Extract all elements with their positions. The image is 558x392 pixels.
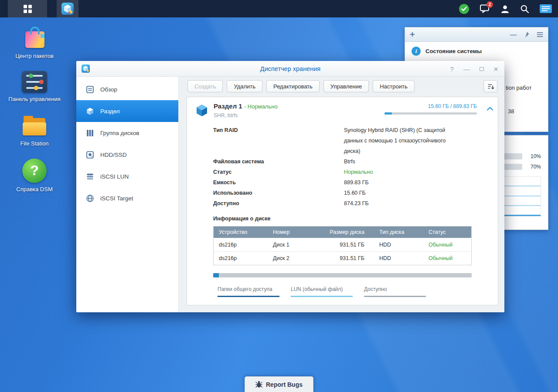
minimize-button[interactable]: — xyxy=(463,66,470,72)
apps-grid-icon xyxy=(24,5,32,13)
window-title: Диспетчер хранения xyxy=(76,65,504,72)
system-health-icon[interactable] xyxy=(459,4,469,14)
pilot-view-icon[interactable] xyxy=(540,4,552,13)
user-icon[interactable] xyxy=(500,4,510,14)
dsm-help-icon: ? xyxy=(22,159,47,183)
report-bugs-button[interactable]: Report Bugs xyxy=(245,376,313,392)
disk-table: Устройство Номер Размер диска Тип диска … xyxy=(213,226,472,265)
col-number: Номер xyxy=(268,226,306,238)
volume-name: Раздел 1 xyxy=(214,102,242,110)
iscsi-lun-icon xyxy=(86,172,94,181)
control-panel-icon xyxy=(22,71,47,93)
volume-header: Раздел 1 - Нормально SHR, btrfs 15.60 ГБ… xyxy=(194,102,491,119)
widget-header: + — xyxy=(405,27,548,42)
sidebar-item-label: Обзор xyxy=(100,86,117,93)
taskbar: 2 xyxy=(0,0,558,17)
sidebar-item-label: Группа дисков xyxy=(100,130,139,136)
cpu-usage-value: 10% xyxy=(526,153,541,159)
system-health-title: Состояние системы xyxy=(425,48,482,54)
sidebar-item-disk-group[interactable]: Группа дисков xyxy=(76,122,178,144)
stat-shared-folders[interactable]: Папки общего доступа 15.6ГБ xyxy=(218,286,279,305)
create-button[interactable]: Создать xyxy=(187,80,223,92)
help-button[interactable]: ? xyxy=(450,66,454,72)
sidebar-item-label: HDD/SSD xyxy=(100,152,127,158)
add-widget-icon[interactable]: + xyxy=(410,30,415,39)
volume-cube-icon xyxy=(194,103,210,119)
edit-button[interactable]: Редактировать xyxy=(266,80,320,92)
sidebar-item-iscsi-lun[interactable]: iSCSI LUN xyxy=(76,166,178,187)
volume-usage-bar xyxy=(384,112,477,115)
overview-icon xyxy=(86,85,94,94)
info-icon: i xyxy=(412,47,421,56)
collapse-chevron-icon[interactable] xyxy=(487,105,493,113)
volume-usage-text: 15.60 ГБ / 889.83 ГБ xyxy=(384,103,477,109)
sidebar-item-hdd-ssd[interactable]: HDD/SSD xyxy=(76,144,178,166)
sidebar-item-label: Раздел xyxy=(100,108,120,115)
manage-button[interactable]: Управление xyxy=(323,80,369,92)
stat-lun[interactable]: LUN (обычный файл) 0Байт xyxy=(291,286,353,305)
maximize-button[interactable] xyxy=(480,67,484,71)
taskbar-storage-manager-button[interactable] xyxy=(57,0,78,17)
window-titlebar[interactable]: Диспетчер хранения ? — × xyxy=(76,61,504,77)
col-status: Статус xyxy=(423,226,472,238)
sidebar-item-iscsi-target[interactable]: iSCSI Target xyxy=(76,187,178,209)
desktop-icon-list: Центр пакетов Панель управления File Sta… xyxy=(8,24,61,204)
col-type: Тип диска xyxy=(374,226,423,238)
toolbar: Создать Удалить Редактировать Управление… xyxy=(179,77,504,96)
search-icon[interactable] xyxy=(520,4,529,14)
col-size: Размер диска xyxy=(306,226,374,238)
detail-row-capacity: Емкость 889.83 ГБ xyxy=(213,177,472,188)
desktop-icon-label: Справка DSM xyxy=(6,186,63,193)
notifications-icon[interactable]: 2 xyxy=(480,3,490,14)
volume-icon xyxy=(86,107,94,115)
main-menu-button[interactable] xyxy=(8,0,47,17)
disk-table-row[interactable]: ds216p Диск 2 931.51 ГБ HDD Обычный xyxy=(214,252,472,265)
space-usage-bar xyxy=(213,273,472,277)
window-content: Создать Удалить Редактировать Управление… xyxy=(179,77,504,312)
usage-stats: Папки общего доступа 15.6ГБ LUN (обычный… xyxy=(213,286,472,305)
storage-manager-app-icon xyxy=(61,3,74,15)
sort-list-button[interactable] xyxy=(483,80,497,92)
sidebar-item-volume[interactable]: Раздел xyxy=(76,100,178,122)
volume-subtitle: SHR, btrfs xyxy=(214,112,278,118)
disk-table-row[interactable]: ds216p Диск 1 931.51 ГБ HDD Обычный xyxy=(214,238,472,252)
package-center-icon xyxy=(22,24,47,50)
notification-badge: 2 xyxy=(487,1,493,8)
widget-list-icon[interactable] xyxy=(537,32,543,37)
disk-info-title: Информация о диске xyxy=(213,216,472,222)
close-button[interactable]: × xyxy=(493,65,498,73)
storage-manager-window: Диспетчер хранения ? — × Обзор Раздел xyxy=(76,61,504,312)
configure-button[interactable]: Настроить xyxy=(373,80,415,92)
stat-available[interactable]: Доступно 874.2ГБ xyxy=(364,286,426,305)
report-bugs-label: Report Bugs xyxy=(266,381,303,388)
iscsi-target-icon xyxy=(86,194,94,203)
detail-row-status: Статус Нормально xyxy=(213,167,472,177)
system-health-header[interactable]: i Состояние системы xyxy=(405,42,548,61)
volume-card: Раздел 1 - Нормально SHR, btrfs 15.60 ГБ… xyxy=(187,97,498,305)
col-device: Устройство xyxy=(214,226,268,238)
file-station-icon xyxy=(22,115,47,137)
desktop-icon-file-station[interactable]: File Station xyxy=(6,115,63,147)
sidebar-item-overview[interactable]: Обзор xyxy=(76,78,178,100)
detail-row-used: Использовано 15.60 ГБ xyxy=(213,188,472,198)
pin-widget-icon[interactable] xyxy=(524,31,530,37)
desktop-icon-package-center[interactable]: Центр пакетов xyxy=(15,24,54,60)
desktop-icon-control-panel[interactable]: Панель управления xyxy=(6,71,63,103)
desktop-icon-label: Панель управления xyxy=(6,96,63,103)
sidebar-item-label: iSCSI LUN xyxy=(100,173,129,180)
desktop-icon-label: File Station xyxy=(6,140,63,147)
collapse-widget-icon[interactable]: — xyxy=(510,31,517,38)
volume-status: Нормально xyxy=(248,103,278,110)
disk-table-header-row: Устройство Номер Размер диска Тип диска … xyxy=(214,226,472,238)
ram-usage-value: 70% xyxy=(526,164,541,170)
disk-group-icon xyxy=(86,129,94,137)
desktop-icon-label: Центр пакетов xyxy=(15,53,54,60)
window-sidebar: Обзор Раздел Группа дисков HDD/SSD xyxy=(76,77,179,312)
hdd-icon xyxy=(86,151,94,159)
desktop-icon-dsm-help[interactable]: ? Справка DSM xyxy=(6,159,63,193)
sidebar-item-label: iSCSI Target xyxy=(100,195,133,202)
delete-button[interactable]: Удалить xyxy=(227,80,262,92)
detail-row-available: Доступно 874.23 ГБ xyxy=(213,198,472,209)
bug-icon xyxy=(255,381,262,388)
detail-row-filesystem: Файловая система Btrfs xyxy=(213,156,472,167)
